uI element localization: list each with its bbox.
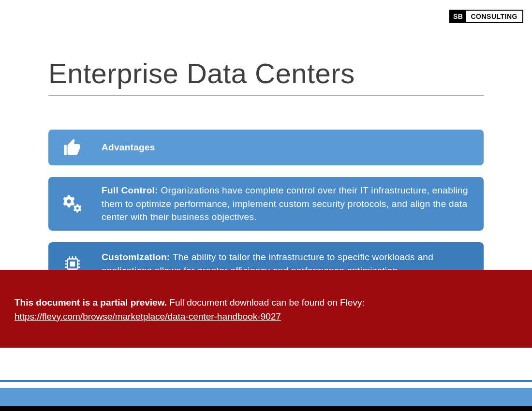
page-title: Enterprise Data Centers xyxy=(48,58,484,96)
bottom-thin-divider xyxy=(0,380,532,382)
advantage-full-control-title: Full Control: xyxy=(102,185,158,195)
advantage-full-control-text: Full Control: Organizations have complet… xyxy=(97,177,484,231)
preview-banner: This document is a partial preview. Full… xyxy=(0,270,532,348)
brand-logo-sb: SB xyxy=(450,11,466,22)
title-wrap: Enterprise Data Centers xyxy=(48,58,484,96)
bottom-band xyxy=(0,388,532,406)
thumbs-up-icon xyxy=(48,137,97,158)
preview-rest-text: Full document download can be found on F… xyxy=(167,297,365,308)
advantage-customization-title: Customization: xyxy=(102,252,170,262)
brand-logo-consulting: CONSULTING xyxy=(466,11,522,22)
advantages-header-card: Advantages xyxy=(48,130,484,165)
slide-page: SB CONSULTING Enterprise Data Centers Ad… xyxy=(0,0,532,411)
advantages-header-label: Advantages xyxy=(97,134,170,161)
preview-link[interactable]: https://flevy.com/browse/marketplace/dat… xyxy=(15,311,281,322)
brand-logo: SB CONSULTING xyxy=(449,10,523,23)
advantage-full-control-card: Full Control: Organizations have complet… xyxy=(48,177,484,231)
advantage-cards: Advantages Full Control: Organizations h… xyxy=(48,130,484,286)
preview-bold-text: This document is a partial preview. xyxy=(15,297,167,308)
bottom-black-bar xyxy=(0,406,532,411)
svg-rect-1 xyxy=(70,261,75,266)
gears-icon xyxy=(48,193,97,214)
